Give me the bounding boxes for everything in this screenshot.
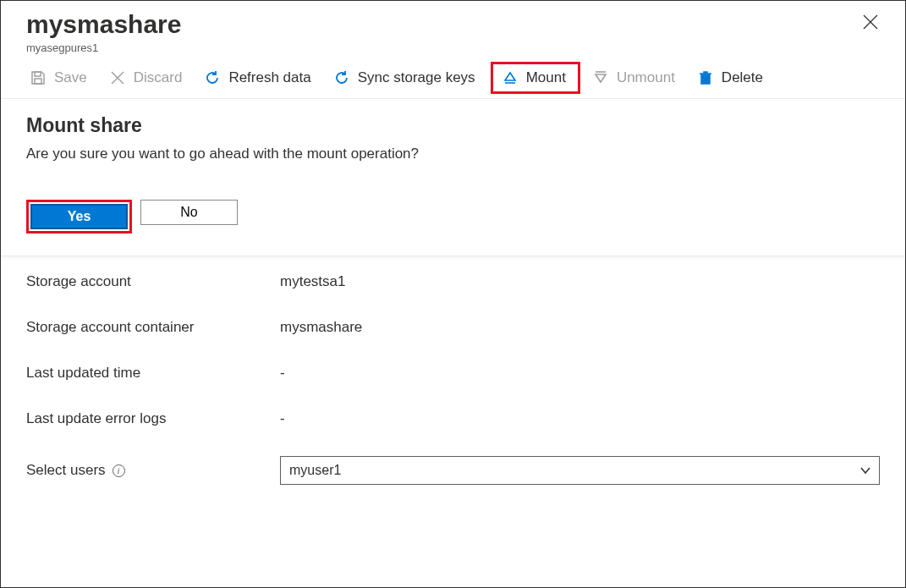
confirm-title: Mount share [26,114,880,137]
sync-label: Sync storage keys [358,69,475,86]
select-users-label: Select users i [26,462,280,479]
close-icon [863,14,878,33]
container-label: Storage account container [26,319,280,336]
last-updated-value: - [280,365,285,382]
delete-label: Delete [722,69,763,86]
save-icon [30,69,47,86]
mount-icon [502,69,519,86]
info-icon[interactable]: i [113,464,125,477]
error-logs-value: - [280,410,285,427]
refresh-button[interactable]: Refresh data [195,64,322,91]
page-title: mysmashare [26,9,863,40]
chevron-down-icon [859,464,872,477]
save-button: Save [21,64,99,91]
resource-subtitle: myasegpures1 [26,41,863,54]
discard-button: Discard [101,64,195,91]
mount-label: Mount [526,69,566,86]
confirm-panel: Mount share Are you sure you want to go … [1,99,905,256]
svg-rect-2 [35,72,41,76]
yes-button[interactable]: Yes [30,204,128,229]
select-users-dropdown[interactable]: myuser1 [280,456,880,485]
select-users-value: myuser1 [289,463,859,478]
mount-button[interactable]: Mount [493,64,578,91]
refresh-icon [204,69,221,86]
svg-rect-3 [35,79,41,84]
storage-account-label: Storage account [26,273,280,290]
unmount-button: Unmount [584,64,687,91]
toolbar: Save Discard Refresh data Sync storage k… [1,58,905,99]
sync-icon [333,69,350,86]
save-label: Save [54,69,87,86]
discard-icon [109,69,126,86]
sync-button[interactable]: Sync storage keys [325,64,487,91]
confirm-message: Are you sure you want to go ahead with t… [26,146,880,162]
error-logs-label: Last update error logs [26,410,280,427]
discard-label: Discard [134,69,183,86]
no-button[interactable]: No [140,200,238,225]
unmount-label: Unmount [617,69,675,86]
unmount-icon [592,69,609,86]
select-users-label-text: Select users [26,462,106,479]
close-button[interactable] [863,9,880,34]
container-value: mysmashare [280,319,362,336]
delete-icon [697,69,714,86]
storage-account-value: mytestsa1 [280,273,345,290]
delete-button[interactable]: Delete [689,64,775,91]
refresh-label: Refresh data [228,69,310,86]
last-updated-label: Last updated time [26,365,280,382]
